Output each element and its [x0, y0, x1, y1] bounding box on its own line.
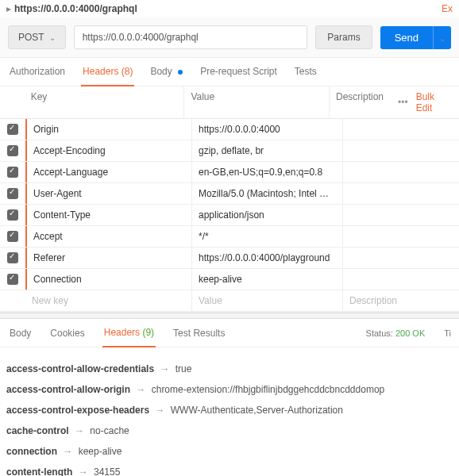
- tab-headers[interactable]: Headers (8): [81, 58, 134, 86]
- checkbox-icon[interactable]: [7, 188, 18, 199]
- header-key[interactable]: Content-Type: [25, 205, 192, 225]
- tab-caret-icon: ▸: [6, 3, 11, 14]
- resp-header-value: no-cache: [90, 425, 129, 436]
- more-icon[interactable]: •••: [398, 97, 408, 108]
- chevron-down-icon: ⌄: [439, 34, 446, 43]
- header-desc[interactable]: [343, 269, 459, 290]
- table-row[interactable]: Accept-Encodinggzip, deflate, br: [0, 140, 459, 162]
- header-value[interactable]: keep-alive: [192, 269, 343, 290]
- tab-prerequest[interactable]: Pre-request Script: [199, 58, 279, 86]
- arrow-icon: →: [72, 425, 87, 436]
- table-row[interactable]: Connectionkeep-alive: [0, 269, 459, 290]
- header-value[interactable]: gzip, deflate, br: [192, 140, 343, 161]
- tab-body[interactable]: Body: [148, 58, 184, 86]
- tab-tests[interactable]: Tests: [293, 58, 318, 86]
- header-desc[interactable]: [343, 140, 459, 161]
- resp-header-value: true: [176, 363, 192, 374]
- header-key[interactable]: Origin: [25, 119, 192, 140]
- header-desc[interactable]: [343, 226, 459, 247]
- response-header-row: access-control-expose-headers → WWW-Auth…: [6, 400, 453, 420]
- resp-header-value: 34155: [94, 466, 120, 476]
- resp-header-key: access-control-allow-credentials: [6, 363, 154, 374]
- resp-tab-headers[interactable]: Headers (9): [102, 319, 156, 347]
- checkbox-icon[interactable]: [7, 274, 18, 285]
- resp-header-key: access-control-allow-origin: [6, 384, 130, 395]
- checkbox-icon[interactable]: [7, 231, 18, 242]
- resp-header-key: cache-control: [6, 425, 69, 436]
- table-row[interactable]: Accept*/*: [0, 226, 459, 248]
- checkbox-icon[interactable]: [7, 252, 18, 263]
- response-header-row: connection → keep-alive: [6, 441, 453, 462]
- send-dropdown[interactable]: ⌄: [433, 26, 451, 49]
- status-text: Status: 200 OK: [363, 321, 429, 346]
- header-value[interactable]: https://0.0.0.0:4000: [192, 119, 343, 140]
- method-dropdown[interactable]: POST ⌄: [8, 25, 66, 49]
- arrow-icon: →: [157, 363, 172, 374]
- col-key: Key: [25, 86, 185, 118]
- header-key[interactable]: Connection: [25, 269, 192, 290]
- header-value[interactable]: Mozilla/5.0 (Macintosh; Intel Mac OS X 1…: [192, 183, 343, 204]
- tab-authorization[interactable]: Authorization: [8, 58, 67, 86]
- method-label: POST: [18, 32, 44, 43]
- resp-header-key: access-control-expose-headers: [6, 405, 149, 416]
- table-row[interactable]: Refererhttps://0.0.0.0:4000/playground: [0, 248, 459, 269]
- url-input[interactable]: [74, 25, 308, 49]
- new-key-input[interactable]: New key: [25, 290, 192, 311]
- table-row[interactable]: Content-Typeapplication/json: [0, 205, 459, 226]
- arrow-icon: →: [152, 405, 168, 416]
- col-desc: Description: [330, 86, 390, 118]
- resize-handle[interactable]: [0, 313, 459, 319]
- headers-table: Key Value Description ••• Bulk Edit Orig…: [0, 86, 459, 313]
- send-button[interactable]: Send: [380, 26, 433, 49]
- header-key[interactable]: Accept-Encoding: [25, 140, 192, 161]
- chevron-down-icon: ⌄: [49, 33, 56, 42]
- response-header-row: access-control-allow-origin → chrome-ext…: [6, 379, 453, 400]
- header-desc[interactable]: [343, 248, 459, 268]
- resp-header-key: connection: [6, 446, 57, 457]
- header-key[interactable]: Referer: [25, 248, 192, 268]
- tab-title[interactable]: https://0.0.0.0:4000/graphql: [14, 3, 442, 14]
- header-key[interactable]: Accept-Language: [25, 162, 192, 182]
- header-value[interactable]: https://0.0.0.0:4000/playground: [192, 248, 343, 268]
- arrow-icon: →: [60, 446, 75, 457]
- header-desc[interactable]: [343, 162, 459, 182]
- table-row[interactable]: User-AgentMozilla/5.0 (Macintosh; Intel …: [0, 183, 459, 205]
- checkbox-icon[interactable]: [7, 167, 18, 178]
- header-value[interactable]: */*: [192, 226, 343, 247]
- header-key[interactable]: Accept: [25, 226, 192, 247]
- header-value[interactable]: en-GB,en-US;q=0.9,en;q=0.8: [192, 162, 343, 182]
- header-desc[interactable]: [343, 183, 459, 204]
- response-header-row: cache-control → no-cache: [6, 420, 453, 441]
- response-header-row: access-control-allow-credentials → true: [6, 359, 453, 379]
- table-row[interactable]: Originhttps://0.0.0.0:4000: [0, 119, 459, 140]
- checkbox-icon[interactable]: [7, 124, 18, 135]
- arrow-icon: →: [133, 384, 148, 395]
- header-desc[interactable]: [343, 205, 459, 225]
- resp-header-value: keep-alive: [79, 446, 122, 457]
- resp-tab-cookies[interactable]: Cookies: [48, 320, 86, 347]
- resp-header-value: WWW-Authenticate,Server-Authorization: [171, 405, 343, 416]
- resp-header-key: content-length: [6, 466, 72, 476]
- resp-tab-body[interactable]: Body: [8, 320, 33, 347]
- table-row[interactable]: Accept-Languageen-GB,en-US;q=0.9,en;q=0.…: [0, 162, 459, 183]
- resp-tab-tests[interactable]: Test Results: [172, 320, 226, 347]
- new-desc-input[interactable]: Description: [343, 290, 459, 311]
- header-key[interactable]: User-Agent: [25, 183, 192, 204]
- params-button[interactable]: Params: [315, 25, 372, 49]
- time-label: Ti: [444, 328, 451, 338]
- checkbox-icon[interactable]: [7, 145, 18, 156]
- col-value: Value: [184, 86, 330, 118]
- response-header-row: content-length → 34155: [6, 462, 453, 476]
- header-value[interactable]: application/json: [192, 205, 343, 225]
- arrow-icon: →: [75, 466, 91, 476]
- examples-link[interactable]: Ex: [442, 3, 453, 14]
- new-value-input[interactable]: Value: [192, 290, 343, 311]
- dot-indicator-icon: [178, 70, 183, 75]
- bulk-edit-link[interactable]: Bulk Edit: [416, 91, 451, 113]
- header-desc[interactable]: [343, 119, 459, 140]
- resp-header-value: chrome-extension://fhbjgbiflinjbdggehcdd…: [152, 384, 385, 395]
- checkbox-icon[interactable]: [7, 209, 18, 221]
